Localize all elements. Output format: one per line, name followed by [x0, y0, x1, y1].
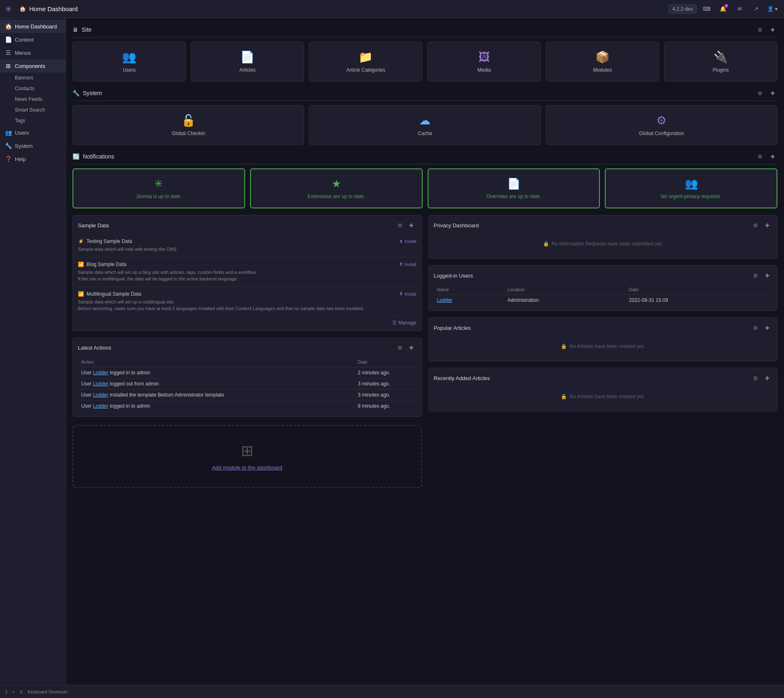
home-dashboard-icon: 🏠	[5, 23, 12, 30]
date-cell-2: 3 minutes ago.	[355, 378, 417, 389]
joomla-logo: ✳	[5, 4, 12, 14]
sidebar-item-content[interactable]: 📄 Content	[0, 33, 66, 46]
privacy-empty-icon: 🔒	[543, 241, 549, 247]
sidebar-item-components[interactable]: ⊞ Components	[0, 59, 66, 72]
site-settings-btn[interactable]: ⚙	[755, 25, 765, 35]
table-row: User Lodder logged in to admin 2 minutes…	[78, 367, 417, 378]
card-users[interactable]: 👥 Users	[73, 42, 186, 82]
bottombar-j[interactable]: J	[5, 689, 7, 694]
bottombar-plus[interactable]: +	[12, 689, 15, 694]
card-global-checkin[interactable]: 🔓 Global Checkin	[73, 105, 304, 145]
card-plugins[interactable]: 🔌 Plugins	[664, 42, 777, 82]
testing-install-btn[interactable]: ⬆ Install	[399, 239, 417, 244]
logged-in-users-settings-btn[interactable]: ⚙	[751, 271, 761, 280]
notif-overrides[interactable]: 📄 Overrides are up to date.	[428, 168, 600, 208]
testing-icon: ⚡	[78, 238, 84, 244]
table-row: User Lodder logged in to admin 8 minutes…	[78, 400, 417, 411]
site-section-header: 🖥 Site ⚙ ✚	[73, 25, 777, 37]
notifications-section-title: 🔄 Notifications	[73, 153, 114, 160]
notifications-section-actions: ⚙ ✚	[755, 152, 777, 161]
popular-articles-settings-btn[interactable]: ⚙	[751, 323, 761, 333]
sidebar-item-home-label: Home Dashboard	[15, 23, 57, 30]
card-articles[interactable]: 📄 Articles	[191, 42, 304, 82]
card-global-config[interactable]: ⚙ Global Configuration	[546, 105, 777, 145]
sample-item-blog-header: 📶 Blog Sample Data ⬆ Install	[78, 261, 417, 267]
keyboard-shortcuts-label: Keyboard Shortcuts	[28, 689, 68, 694]
user-link-4[interactable]: Lodder	[93, 403, 108, 409]
card-cache[interactable]: ☁ Cache	[309, 105, 541, 145]
sidebar-item-users[interactable]: 👥 Users	[0, 126, 66, 139]
latest-actions-settings-btn[interactable]: ⚙	[395, 343, 405, 353]
sidebar-item-system[interactable]: 🔧 System	[0, 139, 66, 152]
user-link-1[interactable]: Lodder	[93, 370, 108, 376]
sidebar-item-content-label: Content	[15, 37, 34, 43]
system-icon: 🔧	[73, 90, 80, 96]
sidebar-item-tags-label: Tags	[15, 118, 25, 124]
site-section-actions: ⚙ ✚	[755, 25, 777, 35]
mail-icon[interactable]: ✉	[733, 2, 746, 16]
system-cards-grid: 🔓 Global Checkin ☁ Cache ⚙ Global Config…	[73, 105, 777, 145]
external-link-icon[interactable]: ↗	[749, 2, 763, 16]
notifications-section-header: 🔄 Notifications ⚙ ✚	[73, 152, 777, 164]
sidebar-item-menus[interactable]: ☰ Menus	[0, 46, 66, 59]
sample-data-add-btn[interactable]: ✚	[407, 220, 417, 230]
card-media[interactable]: 🖼 Media	[427, 42, 541, 82]
keyboard-icon[interactable]: ⌨	[700, 2, 713, 16]
keyboard-shortcuts-link[interactable]: Keyboard Shortcuts	[28, 689, 68, 694]
manage-link[interactable]: ☰ Manage	[78, 317, 417, 326]
blog-install-btn[interactable]: ⬆ Install	[399, 261, 417, 267]
popular-articles-add-btn[interactable]: ✚	[762, 323, 772, 333]
logged-in-users-add-btn[interactable]: ✚	[762, 271, 772, 280]
sample-data-settings-btn[interactable]: ⚙	[395, 220, 405, 230]
privacy-add-btn[interactable]: ✚	[762, 220, 772, 230]
system-add-btn[interactable]: ✚	[768, 88, 777, 98]
user-menu-icon[interactable]: 👤 ▾	[766, 2, 779, 16]
topbar: ✳ 🏠 Home Dashboard 4.2.2-dev ⌨ 🔔 ✉ ↗ 👤 ▾	[0, 0, 784, 18]
user-link-2[interactable]: Lodder	[93, 381, 108, 387]
notifications-cards-grid: ✳ Joomla is up to date. ★ Extensions are…	[73, 168, 777, 208]
site-cards-grid: 👥 Users 📄 Articles 📁 Article Categories …	[73, 42, 777, 82]
sidebar-item-home-dashboard[interactable]: 🏠 Home Dashboard	[0, 20, 66, 33]
recently-added-settings-btn[interactable]: ⚙	[751, 373, 761, 383]
sidebar-item-news-feeds[interactable]: News Feeds	[0, 94, 66, 105]
sample-data-actions: ⚙ ✚	[395, 220, 417, 230]
system-settings-btn[interactable]: ⚙	[755, 88, 765, 98]
add-module-area[interactable]: ⊞ Add module to the dashboard	[73, 425, 422, 488]
user-name-link[interactable]: Lodder	[437, 297, 452, 303]
card-modules[interactable]: 📦 Modules	[546, 42, 659, 82]
notifications-add-btn[interactable]: ✚	[768, 152, 777, 161]
sidebar-item-smart-search[interactable]: Smart Search	[0, 105, 66, 115]
user-link-3[interactable]: Lodder	[93, 392, 108, 398]
notifications-settings-btn[interactable]: ⚙	[755, 152, 765, 161]
privacy-dashboard-panel: Privacy Dashboard ⚙ ✚ 🔒 No Information R…	[428, 215, 778, 259]
latest-actions-add-btn[interactable]: ✚	[407, 343, 417, 353]
sidebar-item-contacts[interactable]: Contacts	[0, 83, 66, 94]
bottombar-x[interactable]: X	[20, 689, 23, 694]
modules-card-icon: 📦	[595, 50, 610, 64]
bottombar: J + X Keyboard Shortcuts	[0, 685, 784, 698]
notif-joomla[interactable]: ✳ Joomla is up to date.	[73, 168, 245, 208]
sidebar-item-banners[interactable]: Banners	[0, 72, 66, 83]
sidebar-item-tags[interactable]: Tags	[0, 115, 66, 126]
menus-icon: ☰	[5, 49, 12, 56]
latest-actions-title: Latest Actions	[78, 345, 111, 351]
notif-privacy[interactable]: 👥 No urgent privacy requests.	[605, 168, 777, 208]
content-icon: 📄	[5, 36, 12, 43]
articles-card-label: Articles	[239, 67, 255, 73]
recently-added-add-btn[interactable]: ✚	[762, 373, 772, 383]
sidebar-item-help[interactable]: ❓ Help	[0, 152, 66, 166]
privacy-settings-btn[interactable]: ⚙	[751, 220, 761, 230]
sidebar-item-system-label: System	[15, 143, 33, 149]
latest-actions-header: Latest Actions ⚙ ✚	[78, 343, 417, 353]
sample-item-multilingual-desc: Sample data which will set up a multilin…	[78, 299, 417, 312]
site-add-btn[interactable]: ✚	[768, 25, 777, 35]
card-article-categories[interactable]: 📁 Article Categories	[309, 42, 422, 82]
notif-extensions[interactable]: ★ Extensions are up to date.	[250, 168, 423, 208]
site-section: 🖥 Site ⚙ ✚ 👥 Users 📄 Articles �	[73, 25, 777, 82]
add-module-label[interactable]: Add module to the dashboard	[212, 465, 282, 471]
action-cell-2: User Lodder logged out from admin	[78, 378, 355, 389]
site-icon: 🖥	[73, 26, 78, 33]
multilingual-install-btn[interactable]: ⬆ Install	[399, 291, 417, 296]
sample-item-blog: 📶 Blog Sample Data ⬆ Install Sample data…	[78, 257, 417, 287]
notification-bell[interactable]: 🔔	[716, 2, 730, 16]
